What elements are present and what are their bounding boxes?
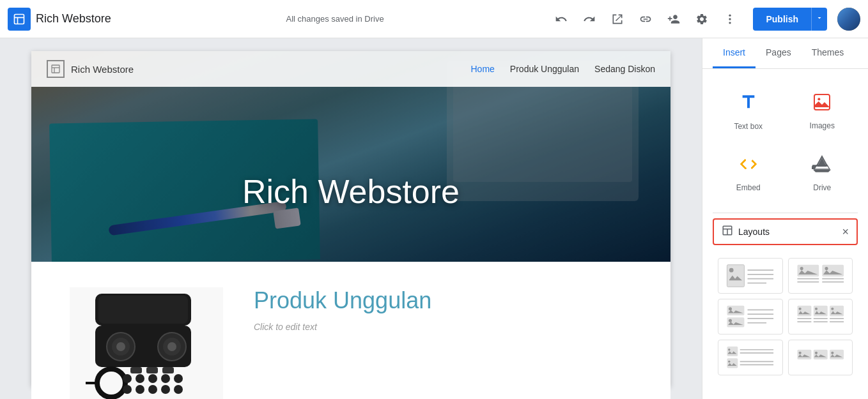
svg-point-79	[728, 361, 730, 363]
drive-icon	[812, 154, 832, 178]
svg-point-34	[818, 98, 821, 100]
svg-rect-56	[727, 317, 744, 327]
undo-button[interactable]	[548, 6, 574, 32]
nav-link-home[interactable]: Home	[471, 64, 495, 74]
svg-point-22	[148, 374, 157, 383]
tab-pages[interactable]: Pages	[756, 38, 802, 68]
svg-rect-31	[146, 367, 158, 373]
add-person-button[interactable]	[661, 6, 686, 32]
layout-option-6[interactable]	[788, 340, 853, 375]
svg-point-24	[174, 374, 183, 383]
svg-point-71	[831, 308, 833, 310]
svg-point-28	[161, 385, 170, 394]
layouts-header[interactable]: Layouts ×	[714, 220, 856, 244]
svg-point-27	[148, 385, 157, 394]
svg-point-25	[123, 385, 132, 394]
hero-title: Rich Webstore	[31, 172, 670, 211]
svg-rect-33	[814, 94, 830, 110]
document-title: Rich Webstore	[36, 12, 111, 26]
svg-point-83	[798, 352, 801, 354]
svg-point-51	[825, 267, 828, 270]
nav-link-produk[interactable]: Produk Unggulan	[510, 64, 579, 74]
embed-label: Embed	[736, 183, 761, 192]
preview-button[interactable]	[605, 6, 630, 32]
more-button[interactable]	[717, 6, 743, 32]
svg-point-29	[174, 385, 183, 394]
svg-point-20	[123, 374, 132, 383]
product-title: Produk Unggulan	[254, 287, 632, 314]
insert-embed[interactable]: Embed	[713, 144, 784, 202]
svg-rect-10	[98, 296, 188, 324]
layouts-label: Layouts	[738, 227, 837, 237]
canvas-area: Rich Webstore Home Produk Unggulan Sedan…	[0, 38, 702, 399]
svg-rect-46	[797, 265, 819, 277]
insert-drive[interactable]: Drive	[787, 144, 858, 202]
svg-rect-82	[797, 350, 811, 359]
publish-dropdown-button[interactable]	[811, 8, 827, 31]
svg-rect-78	[727, 358, 738, 368]
svg-point-3	[729, 14, 731, 16]
insert-grid: Text box Images	[713, 82, 858, 202]
svg-point-63	[798, 308, 801, 310]
product-image	[70, 287, 223, 399]
product-info: Produk Unggulan Click to edit text	[254, 287, 632, 332]
layout-options-grid	[713, 253, 858, 380]
svg-rect-62	[797, 306, 811, 317]
product-subtitle: Click to edit text	[254, 322, 632, 332]
app-logo	[8, 8, 31, 31]
svg-point-5	[729, 22, 731, 24]
svg-rect-39	[727, 265, 744, 287]
tab-insert[interactable]: Insert	[713, 38, 756, 68]
layout-option-3[interactable]	[718, 299, 783, 335]
avatar[interactable]	[837, 8, 860, 31]
svg-point-23	[161, 374, 170, 383]
link-button[interactable]	[633, 6, 658, 32]
layout-option-1[interactable]	[718, 258, 783, 294]
layouts-icon	[722, 225, 733, 239]
settings-button[interactable]	[689, 6, 715, 32]
tab-themes[interactable]: Themes	[802, 38, 855, 68]
svg-point-4	[729, 18, 731, 20]
insert-images[interactable]: Images	[787, 82, 858, 141]
svg-point-85	[814, 352, 817, 354]
svg-point-41	[729, 268, 734, 273]
svg-rect-70	[830, 306, 844, 317]
svg-point-21	[136, 374, 144, 383]
site-nav-links: Home Produk Unggulan Sedang Diskon	[471, 64, 656, 74]
svg-point-57	[729, 319, 732, 322]
svg-rect-6	[52, 65, 59, 73]
site-nav: Rich Webstore Home Produk Unggulan Sedan…	[31, 51, 670, 87]
svg-rect-0	[15, 14, 24, 24]
svg-rect-32	[162, 367, 174, 373]
save-status: All changes saved in Drive	[127, 14, 544, 24]
site-preview: Rich Webstore Home Produk Unggulan Sedan…	[31, 51, 670, 386]
embed-icon	[738, 154, 759, 178]
layout-option-2[interactable]	[788, 258, 853, 294]
right-panel: Insert Pages Themes Text box	[702, 38, 868, 399]
svg-rect-66	[813, 306, 827, 317]
layouts-section: Layouts ×	[713, 218, 858, 245]
layouts-close-button[interactable]: ×	[842, 225, 849, 239]
layout-option-4[interactable]	[788, 299, 853, 335]
svg-rect-74	[727, 347, 738, 356]
nav-link-diskon[interactable]: Sedang Diskon	[594, 64, 655, 74]
site-logo: Rich Webstore	[47, 60, 134, 78]
svg-point-55	[729, 307, 732, 310]
redo-button[interactable]	[577, 6, 602, 32]
hero-section: Rich Webstore Home Produk Unggulan Sedan…	[31, 51, 670, 262]
svg-point-26	[136, 385, 144, 394]
svg-point-17	[167, 342, 176, 351]
product-image-svg	[76, 290, 217, 399]
drive-label: Drive	[813, 183, 831, 192]
layout-option-5[interactable]	[718, 340, 783, 375]
divider	[713, 213, 858, 213]
publish-group: Publish	[753, 8, 827, 31]
publish-button[interactable]: Publish	[753, 8, 811, 31]
images-icon	[812, 92, 832, 116]
svg-point-67	[814, 308, 817, 310]
panel-content: Text box Images	[702, 69, 868, 399]
images-label: Images	[810, 121, 835, 130]
svg-point-14	[116, 342, 125, 351]
svg-rect-30	[130, 367, 142, 373]
insert-textbox[interactable]: Text box	[713, 82, 784, 141]
